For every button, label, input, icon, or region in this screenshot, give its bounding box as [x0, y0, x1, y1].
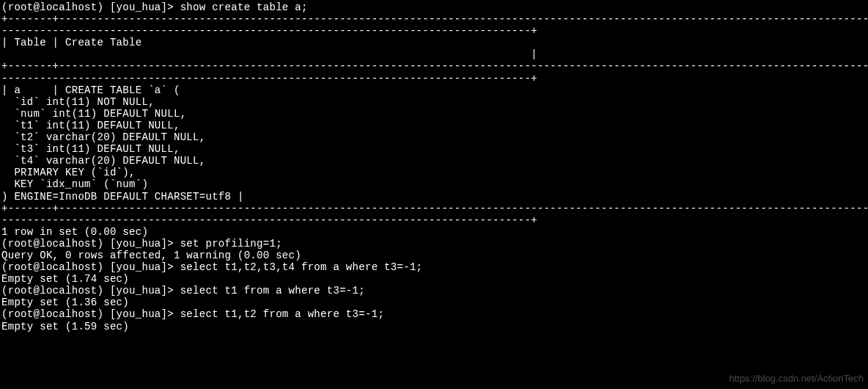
terminal-line: Empty set (1.59 sec) [1, 321, 867, 332]
terminal-output: (root@localhost) [you_hua]> show create … [1, 1, 867, 332]
terminal-line: +-------+-------------------------------… [1, 13, 867, 25]
terminal-line: ----------------------------------------… [1, 25, 867, 37]
terminal-line: | Table | Create Table [1, 37, 867, 48]
terminal-line: `id` int(11) NOT NULL, [1, 96, 867, 108]
terminal-line: `num` int(11) DEFAULT NULL, [1, 108, 867, 120]
terminal-line: +-------+-------------------------------… [1, 203, 867, 214]
terminal-line: | [1, 48, 867, 60]
terminal-line: ----------------------------------------… [1, 214, 867, 226]
terminal-line: +-------+-------------------------------… [1, 60, 867, 72]
terminal-line: Empty set (1.74 sec) [1, 273, 867, 285]
terminal-line: ----------------------------------------… [1, 73, 867, 84]
terminal-line: KEY `idx_num` (`num`) [1, 178, 867, 190]
terminal-line: `t2` varchar(20) DEFAULT NULL, [1, 131, 867, 143]
terminal-line: `t4` varchar(20) DEFAULT NULL, [1, 155, 867, 167]
terminal-line: Query OK, 0 rows affected, 1 warning (0.… [1, 250, 867, 261]
watermark-text: https://blog.csdn.net/ActionTech [729, 374, 864, 385]
terminal-line: ) ENGINE=InnoDB DEFAULT CHARSET=utf8 | [1, 191, 867, 203]
terminal-line: (root@localhost) [you_hua]> select t1,t2… [1, 261, 867, 273]
terminal-line: | a | CREATE TABLE `a` ( [1, 84, 867, 96]
terminal-line: PRIMARY KEY (`id`), [1, 167, 867, 178]
terminal-line: (root@localhost) [you_hua]> select t1,t2… [1, 308, 867, 320]
terminal-line: (root@localhost) [you_hua]> select t1 fr… [1, 285, 867, 297]
terminal-line: (root@localhost) [you_hua]> show create … [1, 1, 867, 13]
terminal-line: `t1` int(11) DEFAULT NULL, [1, 120, 867, 131]
terminal-line: 1 row in set (0.00 sec) [1, 226, 867, 238]
terminal-line: (root@localhost) [you_hua]> set profilin… [1, 238, 867, 250]
terminal-line: Empty set (1.36 sec) [1, 297, 867, 308]
terminal-line: `t3` int(11) DEFAULT NULL, [1, 143, 867, 155]
